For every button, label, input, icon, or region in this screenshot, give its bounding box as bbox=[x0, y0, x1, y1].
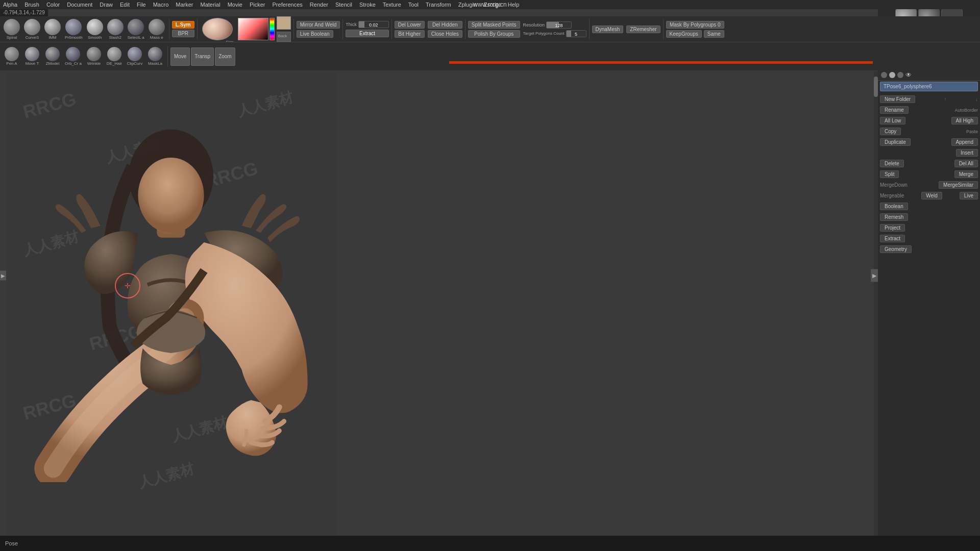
tool-clipcurv[interactable]: ClipCurv bbox=[125, 46, 144, 67]
tool-curveS[interactable]: CurveS bbox=[22, 18, 42, 41]
project-button[interactable]: Project bbox=[880, 224, 905, 232]
keep-groups-button[interactable]: KeepGroups bbox=[666, 30, 702, 38]
menu-tool[interactable]: Tool bbox=[408, 2, 419, 8]
weld-button[interactable]: Weld bbox=[921, 192, 942, 199]
copy-button[interactable]: Copy bbox=[880, 128, 901, 135]
new-folder-button[interactable]: New Folder bbox=[880, 95, 915, 103]
menu-material[interactable]: Material bbox=[201, 2, 220, 8]
right-panel-toggle[interactable]: ▶ bbox=[871, 269, 878, 282]
menu-alpha[interactable]: Alpha bbox=[3, 2, 17, 8]
dynamesh-button[interactable]: DynaMesh bbox=[592, 26, 624, 33]
auto-border-label: AutoBorder bbox=[954, 108, 978, 113]
menu-render[interactable]: Render bbox=[310, 2, 328, 8]
zoom-button[interactable]: Zoom bbox=[215, 47, 235, 66]
mergesimilar-button[interactable]: MergeSimilar bbox=[939, 181, 978, 189]
target-poly-slider[interactable]: 5 bbox=[566, 30, 586, 37]
remesh-button[interactable]: Remesh bbox=[880, 213, 908, 221]
color-swatches bbox=[238, 18, 275, 40]
toggle-dot-2[interactable] bbox=[889, 72, 895, 78]
thick-slider[interactable]: 0.02 bbox=[358, 21, 389, 28]
split-button[interactable]: Split bbox=[880, 170, 899, 178]
background-color[interactable]: Back bbox=[277, 32, 291, 42]
tool-moveT[interactable]: Move T bbox=[22, 46, 42, 67]
extract-row: Extract bbox=[880, 234, 978, 243]
split-masked-points-button[interactable]: Split Masked Points bbox=[468, 21, 520, 29]
tool-imm[interactable]: IMM bbox=[43, 18, 62, 41]
tool-presmooth[interactable]: Pr6mooth bbox=[63, 18, 84, 41]
menu-brush[interactable]: Brush bbox=[24, 2, 39, 8]
scrollbar-thumb[interactable] bbox=[874, 77, 878, 97]
color-gradient[interactable] bbox=[238, 18, 268, 40]
delete-button[interactable]: Delete bbox=[880, 160, 904, 167]
menu-picker[interactable]: Picker bbox=[250, 2, 265, 8]
tool-spiral[interactable]: Spiral bbox=[2, 18, 21, 41]
mirror-weld-button[interactable]: Mirror And Weld bbox=[297, 21, 340, 29]
menu-movie[interactable]: Movie bbox=[228, 2, 242, 8]
del-lower-button[interactable]: Del Lower bbox=[395, 21, 425, 29]
menu-marker[interactable]: Marker bbox=[176, 2, 193, 8]
eye-icon[interactable]: 👁 bbox=[905, 71, 912, 79]
back-label: Back bbox=[277, 33, 288, 39]
menu-file[interactable]: File bbox=[137, 2, 146, 8]
menu-macro[interactable]: Macro bbox=[153, 2, 169, 8]
menu-document[interactable]: Document bbox=[67, 2, 92, 8]
same-button[interactable]: Same bbox=[704, 30, 724, 38]
menu-stroke[interactable]: Stroke bbox=[359, 2, 376, 8]
menu-edit[interactable]: Edit bbox=[120, 2, 130, 8]
lsym-button[interactable]: BPR bbox=[172, 30, 194, 37]
viewport[interactable]: RRCG 人人素材 人人素材 RRCG RRCG 人人素材 RRCG 人人素材 … bbox=[6, 71, 336, 536]
menu-stencil[interactable]: Stencil bbox=[335, 2, 352, 8]
geometry-button[interactable]: Geometry bbox=[880, 245, 912, 253]
menu-color[interactable]: Color bbox=[46, 2, 60, 8]
append-button[interactable]: Append bbox=[951, 138, 978, 146]
del-higher-button[interactable]: Bit Higher bbox=[395, 30, 425, 38]
duplicate-button[interactable]: Duplicate bbox=[880, 138, 911, 146]
tool-smooth[interactable]: Smooth bbox=[85, 18, 105, 41]
polish-by-groups-button[interactable]: Polish By Groups bbox=[468, 30, 520, 38]
del-hidden-button[interactable]: Del Hidden bbox=[428, 21, 462, 29]
menu-texture[interactable]: Texture bbox=[383, 2, 401, 8]
del-all-button[interactable]: Del All bbox=[954, 160, 978, 167]
bpr-button[interactable]: L.Sym bbox=[172, 21, 194, 29]
mergedown-label: MergeDown bbox=[880, 182, 908, 188]
extract-button[interactable]: Extract bbox=[346, 30, 389, 37]
left-panel-toggle[interactable]: ▶ bbox=[0, 271, 6, 281]
close-holes-button[interactable]: Close Holes bbox=[428, 30, 462, 38]
toggle-dot-1[interactable] bbox=[881, 72, 887, 78]
tool-dehair[interactable]: DE_Hair bbox=[105, 46, 124, 67]
tool-penA[interactable]: Pen A bbox=[2, 46, 21, 67]
dynamesh-group: DynaMesh bbox=[592, 26, 624, 33]
tool-wrinkle[interactable]: Wrinkle bbox=[84, 46, 104, 67]
insert-button[interactable]: Insert bbox=[956, 149, 978, 157]
tool-orb[interactable]: Orb_Cr a bbox=[63, 46, 83, 67]
color-strip[interactable] bbox=[270, 18, 275, 40]
live-boolean-button[interactable]: Live Boolean bbox=[297, 30, 333, 38]
rp-extract-button[interactable]: Extract bbox=[880, 235, 905, 242]
tool-masse[interactable]: Mass e bbox=[147, 18, 166, 41]
tool-maskla[interactable]: MaskLa bbox=[145, 46, 165, 67]
tool-slash2[interactable]: Slash2 bbox=[106, 18, 125, 41]
live-button[interactable]: Live bbox=[960, 192, 978, 199]
menu-help[interactable]: Help bbox=[508, 2, 520, 8]
toggle-dot-3[interactable] bbox=[897, 72, 903, 78]
menu-transform[interactable]: Transform bbox=[426, 2, 451, 8]
mask-by-polygroups-button[interactable]: Mask By Polygroups 0 bbox=[666, 21, 724, 29]
boolean-row: Boolean bbox=[880, 202, 978, 211]
tool-selectLa[interactable]: SelectL a bbox=[126, 18, 146, 41]
all-low-button[interactable]: All Low bbox=[880, 117, 905, 124]
move-button[interactable]: Move bbox=[170, 47, 190, 66]
zremesher-button[interactable]: ZRemesher bbox=[626, 26, 660, 33]
transpose-button[interactable]: Transp bbox=[191, 47, 214, 66]
menu-draw[interactable]: Draw bbox=[100, 2, 113, 8]
tool-zmodel[interactable]: ZModel bbox=[43, 46, 62, 67]
rename-button[interactable]: Rename bbox=[880, 106, 909, 114]
all-high-button[interactable]: All High bbox=[951, 117, 978, 124]
merge-button[interactable]: Merge bbox=[954, 170, 978, 178]
resolution-slider[interactable]: 128 bbox=[546, 21, 572, 29]
subtool-scrollbar[interactable] bbox=[874, 71, 878, 536]
foreground-color[interactable] bbox=[277, 16, 291, 30]
boolean-button[interactable]: Boolean bbox=[880, 203, 908, 210]
menu-preferences[interactable]: Preferences bbox=[273, 2, 303, 8]
target-poly-value: 5 bbox=[567, 31, 586, 37]
active-subtool-item[interactable]: TPose6_polysphere6 bbox=[880, 82, 978, 91]
